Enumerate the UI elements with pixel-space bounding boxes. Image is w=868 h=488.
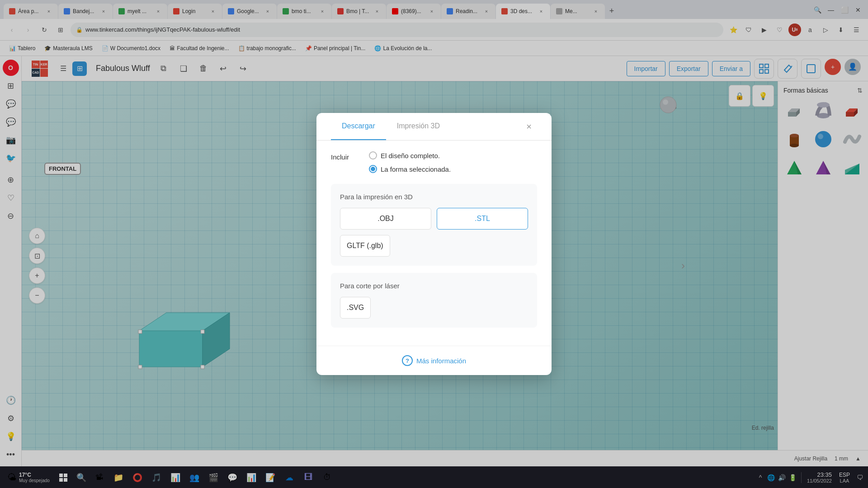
tab-download[interactable]: Descargar — [331, 113, 386, 140]
help-icon: ? — [402, 355, 413, 366]
format-stl-button[interactable]: .STL — [437, 208, 528, 230]
format-obj-button[interactable]: .OBJ — [340, 208, 431, 230]
modal-body: Incluir El diseño completo. La forma sel… — [316, 141, 552, 346]
section-laser: Para corte por láser .SVG — [331, 273, 537, 328]
radio-full-design-label: El diseño completo. — [381, 152, 440, 160]
format-svg-button[interactable]: .SVG — [340, 297, 371, 319]
radio-options: El diseño completo. La forma seleccionad… — [369, 151, 451, 173]
radio-selected-shape-label: La forma seleccionada. — [381, 165, 451, 173]
help-text: Más información — [416, 357, 466, 365]
tab-print3d[interactable]: Impresión 3D — [386, 113, 451, 140]
include-section: Incluir El diseño completo. La forma sel… — [331, 151, 537, 173]
modal-footer[interactable]: ? Más información — [316, 346, 552, 375]
radio-selected-shape-circle — [369, 165, 377, 173]
section-3d-print: Para la impresión en 3D .OBJ .STL GLTF (… — [331, 184, 537, 266]
section-laser-title: Para corte por láser — [340, 282, 528, 290]
radio-selected-inner — [371, 167, 375, 171]
section-3d-title: Para la impresión en 3D — [340, 193, 528, 201]
format-buttons-3d: .OBJ .STL GLTF (.glb) — [340, 208, 528, 257]
modal-tabs: Descargar Impresión 3D × — [316, 113, 552, 141]
radio-selected-shape[interactable]: La forma seleccionada. — [369, 165, 451, 173]
include-label: Incluir — [331, 151, 358, 161]
radio-full-design[interactable]: El diseño completo. — [369, 151, 451, 160]
format-buttons-laser: .SVG — [340, 297, 528, 319]
modal-overlay[interactable]: Descargar Impresión 3D × Incluir El dise… — [0, 0, 868, 488]
modal-close-button[interactable]: × — [521, 118, 537, 135]
browser-frame: Área p... × Bandej... × myelt ... × Logi… — [0, 0, 868, 488]
radio-full-design-circle — [369, 151, 377, 160]
format-gltf-button[interactable]: GLTF (.glb) — [340, 235, 390, 257]
download-modal: Descargar Impresión 3D × Incluir El dise… — [316, 113, 552, 375]
